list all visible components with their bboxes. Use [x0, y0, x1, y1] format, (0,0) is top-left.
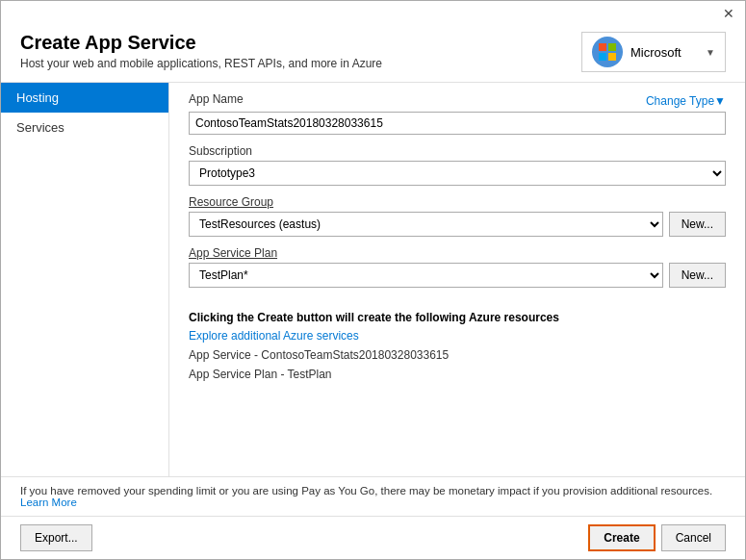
header-left: Create App Service Host your web and mob… [20, 32, 382, 70]
svg-rect-0 [599, 43, 606, 51]
header: Create App Service Host your web and mob… [1, 26, 745, 82]
resource-group-label: Resource Group [189, 195, 726, 209]
app-name-row: App Name Change Type▼ [189, 92, 726, 135]
cancel-button[interactable]: Cancel [661, 524, 726, 551]
sidebar: Hosting Services [1, 83, 169, 476]
app-service-plan-new-button[interactable]: New... [669, 263, 726, 288]
dialog-subtitle: Host your web and mobile applications, R… [20, 57, 382, 70]
export-button[interactable]: Export... [20, 524, 92, 551]
resource-group-select[interactable]: TestResources (eastus) [189, 212, 663, 237]
app-service-plan-select[interactable]: TestPlan* [189, 263, 663, 288]
account-dropdown-arrow: ▼ [706, 47, 715, 58]
main-content: App Name Change Type▼ Subscription Proto… [169, 83, 745, 476]
resource-group-row: Resource Group TestResources (eastus) Ne… [189, 195, 726, 237]
change-type-link[interactable]: Change Type▼ [646, 94, 726, 108]
footer-warning: If you have removed your spending limit … [1, 476, 745, 516]
account-selector[interactable]: Microsoft ▼ [581, 32, 726, 72]
app-name-label: App Name [189, 92, 244, 106]
learn-more-link[interactable]: Learn More [20, 496, 77, 508]
app-service-plan-input-row: TestPlan* New... [189, 263, 726, 288]
close-button[interactable]: ✕ [720, 5, 737, 22]
account-name: Microsoft [630, 45, 698, 60]
svg-rect-2 [599, 53, 606, 61]
subscription-row: Subscription Prototype3 [189, 144, 726, 186]
info-section: Clicking the Create button will create t… [189, 301, 726, 381]
dialog: ✕ Create App Service Host your web and m… [0, 0, 746, 560]
subscription-label: Subscription [189, 144, 726, 158]
app-service-plan-label: App Service Plan [189, 246, 726, 260]
svg-rect-3 [608, 53, 616, 61]
info-item-2: App Service Plan - TestPlan [189, 368, 726, 381]
content-area: Hosting Services App Name Change Type▼ [1, 83, 745, 476]
footer-left: Export... [20, 524, 582, 551]
title-bar: ✕ [1, 1, 745, 26]
create-button[interactable]: Create [588, 524, 655, 551]
svg-rect-1 [608, 43, 616, 51]
app-name-input[interactable] [189, 112, 726, 135]
sidebar-item-services[interactable]: Services [1, 113, 168, 142]
explore-services-link[interactable]: Explore additional Azure services [189, 329, 359, 343]
account-icon [592, 37, 623, 67]
dialog-title: Create App Service [20, 32, 382, 54]
resource-group-new-button[interactable]: New... [669, 212, 726, 237]
app-name-header: App Name Change Type▼ [189, 92, 726, 109]
resource-group-input-row: TestResources (eastus) New... [189, 212, 726, 237]
footer-buttons: Export... Create Cancel [1, 516, 745, 559]
app-service-plan-row: App Service Plan TestPlan* New... [189, 246, 726, 288]
subscription-select[interactable]: Prototype3 [189, 161, 726, 186]
warning-text: If you have removed your spending limit … [20, 485, 712, 496]
sidebar-item-hosting[interactable]: Hosting [1, 83, 168, 113]
info-heading: Clicking the Create button will create t… [189, 311, 726, 324]
info-item-1: App Service - ContosoTeamStats2018032803… [189, 348, 726, 362]
